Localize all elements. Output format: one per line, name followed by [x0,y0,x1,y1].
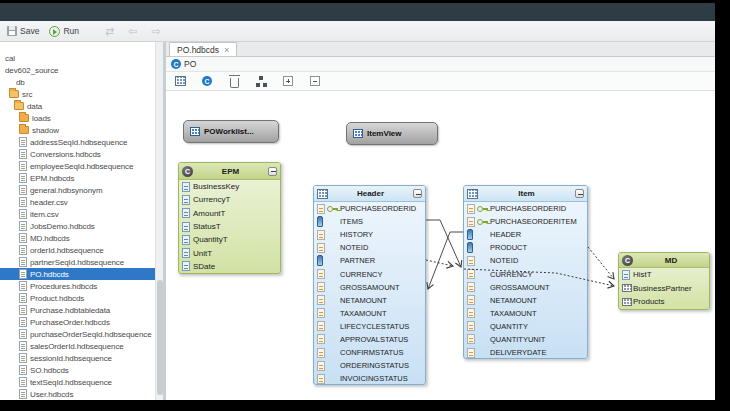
tree-item[interactable]: shadow [0,124,163,136]
field-label: INVOICINGSTATUS [340,374,408,383]
tree-item[interactable]: MD.hdbcds [0,232,163,244]
entity-field-row[interactable]: LIFECYCLESTATUS [314,320,425,333]
entity-field-row[interactable]: GROSSAMOUNT [314,281,425,294]
tree-item[interactable]: db [0,76,163,88]
tree-item[interactable]: addressSeqId.hdbsequence [0,136,163,148]
tree-item[interactable]: Product.hdbcds [0,292,163,304]
entity-field-row[interactable]: QUANTITYUNIT [464,333,587,346]
entity-field-row[interactable]: INVOICINGSTATUS [314,372,425,385]
tree-item[interactable]: User.hdbcds [0,388,163,400]
tab-po-hdbcds[interactable]: PO.hdbcds × [169,42,237,56]
diagram-canvas[interactable]: POWorklist... ItemView C EPM [166,91,715,400]
tree-item[interactable]: general.hdbsynonym [0,184,163,196]
entity-field-row[interactable]: SDate [179,260,280,273]
entity-field-row[interactable]: PURCHASEORDERITEM [464,215,587,228]
auto-layout-button[interactable] [254,74,268,88]
tree-item[interactable]: dev602_source [0,64,163,76]
entity-header-box[interactable]: Header PURCHASEORDERID ITEMS [313,185,426,385]
tree-item[interactable]: purchaseOrderSeqId.hdbsequence [0,328,163,340]
tree-item[interactable]: sessionId.hdbsequence [0,352,163,364]
entity-field-row[interactable]: PRODUCT [464,241,587,254]
tree-item[interactable]: cal [0,52,163,64]
entity-field-row[interactable]: TAXAMOUNT [314,307,425,320]
entity-field-row[interactable]: PURCHASEORDERID [314,202,425,215]
entity-fields: PURCHASEORDERID PURCHASEORDERITEM HEADER… [464,202,587,359]
entity-field-row[interactable]: HistT [619,268,709,282]
tree-scrollbar-thumb[interactable] [157,280,163,395]
entity-header[interactable]: Header [314,186,425,202]
entity-header[interactable]: Item [464,186,587,202]
tree-item[interactable]: JobsDemo.hdbcds [0,220,163,232]
entity-field-row[interactable]: TAXAMOUNT [464,307,587,320]
save-button[interactable]: Save [4,25,42,37]
view-poworklist[interactable]: POWorklist... [183,120,279,143]
collapse-all-button[interactable] [308,74,322,88]
tree-item[interactable]: textSeqId.hdbsequence [0,376,163,388]
entity-field-row[interactable]: ORDERINGSTATUS [314,359,425,372]
context-view-button[interactable]: C [200,74,214,88]
tree-item[interactable]: orderId.hdbsequence [0,244,163,256]
entity-field-row[interactable]: CONFIRMSTATUS [314,346,425,359]
tab-close-icon[interactable]: × [224,45,229,55]
entity-field-row[interactable]: ITEMS [314,215,425,228]
breadcrumb-label[interactable]: PO [184,59,196,69]
entity-field-row[interactable]: QuantityT [179,233,280,246]
entity-field-row[interactable]: PURCHASEORDERID [464,202,587,215]
tree-scrollbar[interactable] [155,42,163,400]
entity-field-row[interactable]: StatusT [179,220,280,233]
tree-item[interactable]: Purchase.hdbtabledata [0,304,163,316]
entity-field-row[interactable]: DELIVERYDATE [464,346,587,359]
tree-item[interactable]: data [0,100,163,112]
tree-item[interactable]: src [0,88,163,100]
entity-field-row[interactable]: APPROVALSTATUS [314,333,425,346]
tree-item[interactable]: PurchaseOrder.hdbcds [0,316,163,328]
entity-field-row[interactable]: Products [619,295,709,309]
entity-md[interactable]: C MD HistT BusinessPartner [618,252,710,310]
expand-all-button[interactable] [281,74,295,88]
tree-item[interactable]: header.csv [0,196,163,208]
run-button[interactable]: Run [46,25,82,38]
entity-header[interactable]: C EPM [179,163,280,180]
tree-item[interactable]: PO.hdbcds [0,268,163,280]
entity-field-row[interactable]: PARTNER [314,254,425,267]
entity-field-row[interactable]: CURRENCY [464,267,587,280]
entity-field-row[interactable]: NETAMOUNT [464,294,587,307]
tree-item[interactable]: SO.hdbcds [0,364,163,376]
entity-field-row[interactable]: CURRENCY [314,267,425,280]
key-icon [477,217,488,227]
entity-field-row[interactable]: NOTEID [464,254,587,267]
entity-field-row[interactable]: BusinessPartner [619,282,709,296]
tree-item[interactable]: item.csv [0,208,163,220]
entity-field-row[interactable]: HEADER [464,228,587,241]
entity-field-row[interactable]: UnitT [179,246,280,259]
entity-field-row[interactable]: NETAMOUNT [314,294,425,307]
collapse-entity-button[interactable] [268,167,277,176]
back-arrow-icon[interactable]: ⇦ [123,26,142,37]
entity-header[interactable]: C MD [619,253,709,268]
tree-item-label: MD.hdbcds [30,234,70,243]
tree-item[interactable]: loads [0,112,163,124]
entity-field-row[interactable]: CurrencyT [179,193,280,206]
tree-item[interactable]: EPM.hdbcds [0,172,163,184]
entity-epm[interactable]: C EPM BusinessKey CurrencyT [178,162,281,274]
tree-item[interactable]: partnerSeqId.hdbsequence [0,256,163,268]
field-type-icon [317,216,323,227]
entity-field-row[interactable]: GROSSAMOUNT [464,281,587,294]
delete-button[interactable] [227,74,241,88]
entity-field-row[interactable]: BusinessKey [179,180,280,193]
entity-field-row[interactable]: HISTORY [314,228,425,241]
view-itemview[interactable]: ItemView [346,122,438,145]
entity-field-row[interactable]: NOTEID [314,241,425,254]
entity-item-box[interactable]: Item PURCHASEORDERID PURCHASEORDERITEM [463,185,588,359]
entity-field-row[interactable]: AmountT [179,207,280,220]
swap-icon[interactable]: ⇄ [100,26,119,37]
entity-field-row[interactable]: QUANTITY [464,320,587,333]
tree-item[interactable]: Procedures.hdbcds [0,280,163,292]
collapse-entity-button[interactable] [413,189,422,198]
tree-item[interactable]: employeeSeqId.hdbsequence [0,160,163,172]
table-view-button[interactable] [173,74,187,88]
forward-arrow-icon[interactable]: ⇨ [146,26,165,37]
collapse-entity-button[interactable] [575,189,584,198]
tree-item[interactable]: Conversions.hdbcds [0,148,163,160]
tree-item[interactable]: salesOrderId.hdbsequence [0,340,163,352]
